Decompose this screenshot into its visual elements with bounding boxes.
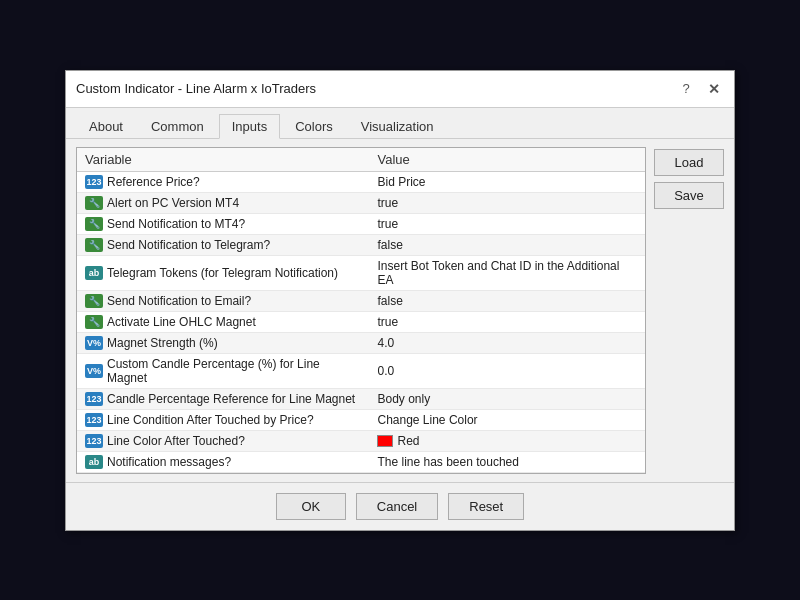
row-icon: 🔧 [85,217,103,231]
table-row: abNotification messages?The line has bee… [77,451,645,472]
row-icon: 🔧 [85,315,103,329]
var-cell: 🔧Send Notification to Email? [77,290,369,311]
variable-label: Candle Percentage Reference for Line Mag… [107,392,355,406]
table-row: 123Candle Percentage Reference for Line … [77,388,645,409]
value-cell: Red [369,430,645,451]
row-icon: V% [85,364,103,378]
variable-label: Custom Candle Percentage (%) for Line Ma… [107,357,361,385]
row-icon: 🔧 [85,238,103,252]
tab-visualization[interactable]: Visualization [348,114,447,138]
variable-label: Reference Price? [107,175,200,189]
tabs-bar: About Common Inputs Colors Visualization [66,108,734,139]
tab-inputs[interactable]: Inputs [219,114,280,139]
dialog-content: Variable Value 123Reference Price?Bid Pr… [66,139,734,482]
titlebar-controls: ? ✕ [676,79,724,99]
value-cell: false [369,290,645,311]
side-buttons-panel: Load Save [654,147,724,474]
table-row: 🔧Send Notification to Telegram?false [77,234,645,255]
table-row: 123Reference Price?Bid Price [77,171,645,192]
var-cell: 123Line Color After Touched? [77,430,369,451]
variable-label: Send Notification to Email? [107,294,251,308]
dialog-titlebar: Custom Indicator - Line Alarm x IoTrader… [66,71,734,108]
table-row: 🔧Activate Line OHLC Magnettrue [77,311,645,332]
cancel-button[interactable]: Cancel [356,493,438,520]
row-icon: ab [85,266,103,280]
variable-label: Line Condition After Touched by Price? [107,413,314,427]
var-cell: abTelegram Tokens (for Telegram Notifica… [77,255,369,290]
inputs-table-container: Variable Value 123Reference Price?Bid Pr… [76,147,646,474]
variable-label: Send Notification to MT4? [107,217,245,231]
variable-label: Alert on PC Version MT4 [107,196,239,210]
row-icon: 123 [85,392,103,406]
tab-common[interactable]: Common [138,114,217,138]
row-icon: 123 [85,413,103,427]
variable-label: Telegram Tokens (for Telegram Notificati… [107,266,338,280]
reset-button[interactable]: Reset [448,493,524,520]
variable-label: Send Notification to Telegram? [107,238,270,252]
col-variable-header: Variable [77,148,369,172]
row-icon: 123 [85,175,103,189]
table-row: 🔧Send Notification to MT4?true [77,213,645,234]
row-icon: ab [85,455,103,469]
var-cell: 123Candle Percentage Reference for Line … [77,388,369,409]
save-button[interactable]: Save [654,182,724,209]
value-cell: 0.0 [369,353,645,388]
table-row: 🔧Alert on PC Version MT4true [77,192,645,213]
table-row: 123Line Color After Touched?Red [77,430,645,451]
var-cell: 123Line Condition After Touched by Price… [77,409,369,430]
var-cell: V%Custom Candle Percentage (%) for Line … [77,353,369,388]
table-row: 🔧Send Notification to Email?false [77,290,645,311]
table-row: V%Magnet Strength (%)4.0 [77,332,645,353]
var-cell: 123Reference Price? [77,171,369,192]
value-cell: false [369,234,645,255]
var-cell: 🔧Alert on PC Version MT4 [77,192,369,213]
variable-label: Notification messages? [107,455,231,469]
variable-label: Line Color After Touched? [107,434,245,448]
var-cell: 🔧Send Notification to Telegram? [77,234,369,255]
inputs-table: Variable Value 123Reference Price?Bid Pr… [77,148,645,473]
load-button[interactable]: Load [654,149,724,176]
value-cell: Change Line Color [369,409,645,430]
value-cell: Bid Price [369,171,645,192]
color-swatch [377,435,393,447]
row-icon: V% [85,336,103,350]
value-cell: The line has been touched [369,451,645,472]
value-cell: true [369,311,645,332]
value-cell: true [369,192,645,213]
table-row: abTelegram Tokens (for Telegram Notifica… [77,255,645,290]
table-row: 123Line Condition After Touched by Price… [77,409,645,430]
var-cell: 🔧Activate Line OHLC Magnet [77,311,369,332]
value-cell: 4.0 [369,332,645,353]
col-value-header: Value [369,148,645,172]
table-row: V%Custom Candle Percentage (%) for Line … [77,353,645,388]
tab-colors[interactable]: Colors [282,114,346,138]
help-button[interactable]: ? [676,79,696,99]
value-cell: Body only [369,388,645,409]
var-cell: 🔧Send Notification to MT4? [77,213,369,234]
row-icon: 🔧 [85,196,103,210]
close-button[interactable]: ✕ [704,79,724,99]
ok-button[interactable]: OK [276,493,346,520]
row-icon: 🔧 [85,294,103,308]
variable-label: Magnet Strength (%) [107,336,218,350]
dialog-title: Custom Indicator - Line Alarm x IoTrader… [76,81,316,96]
dialog-footer: OK Cancel Reset [66,482,734,530]
var-cell: abNotification messages? [77,451,369,472]
value-cell: true [369,213,645,234]
row-icon: 123 [85,434,103,448]
variable-label: Activate Line OHLC Magnet [107,315,256,329]
tab-about[interactable]: About [76,114,136,138]
var-cell: V%Magnet Strength (%) [77,332,369,353]
dialog-window: Custom Indicator - Line Alarm x IoTrader… [65,70,735,531]
value-cell: Insert Bot Token and Chat ID in the Addi… [369,255,645,290]
